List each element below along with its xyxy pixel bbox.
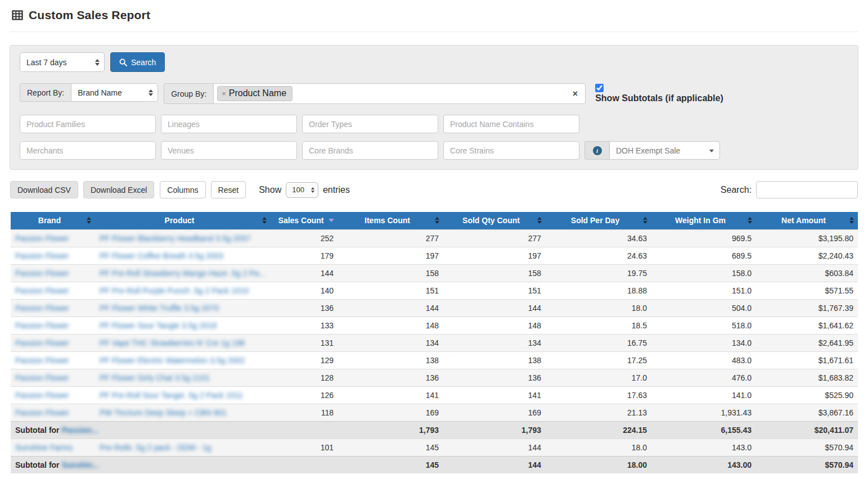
sort-both-icon[interactable] bbox=[537, 217, 542, 224]
sort-desc-icon[interactable] bbox=[329, 219, 334, 222]
product-link[interactable]: PW Tincture Deep Sleep + CBN 901 bbox=[100, 408, 227, 417]
table-search-control: Search: bbox=[721, 181, 858, 198]
column-header-items-count[interactable]: Items Count bbox=[338, 212, 443, 229]
select-stepper-icon bbox=[95, 59, 100, 66]
doh-info-addon[interactable]: i bbox=[584, 141, 609, 160]
column-label: Product bbox=[165, 216, 195, 225]
column-header-brand[interactable]: Brand bbox=[11, 212, 95, 229]
brand-link[interactable]: Passion Flower bbox=[15, 338, 69, 347]
page-size-value: 100 bbox=[292, 186, 304, 194]
lineages-input[interactable] bbox=[161, 115, 297, 133]
items-count-cell: 158 bbox=[338, 264, 443, 282]
column-header-product[interactable]: Product bbox=[95, 212, 271, 229]
product-link[interactable]: PF Flower White Truffle 3.5g 2070 bbox=[100, 304, 219, 313]
columns-button[interactable]: Columns bbox=[160, 181, 205, 198]
column-header-sales-count[interactable]: Sales Count bbox=[271, 212, 338, 229]
weight-in-gm-cell: 504.0 bbox=[651, 299, 756, 317]
subtotal-label-cell: Subtotal for Passion... bbox=[11, 421, 271, 439]
order-types-input[interactable] bbox=[302, 115, 438, 133]
brand-link[interactable]: Passion Flower bbox=[15, 304, 69, 313]
product-cell: PF Flower Sour Tangie 3.5g 2018 bbox=[95, 317, 271, 334]
product-link[interactable]: PF Pre-Roll Strawberry Mango Haze .5g 2 … bbox=[100, 269, 266, 278]
column-header-weight-in-gm[interactable]: Weight In Gm bbox=[651, 212, 756, 229]
product-link[interactable]: Pre-Rolls .5g 2 pack - DDM - 1g bbox=[100, 443, 211, 452]
doh-exempt-select[interactable]: DOH Exempt Sale bbox=[609, 141, 720, 160]
product-name-contains-input[interactable] bbox=[443, 115, 579, 133]
table-row: Passion FlowerPW Tincture Deep Sleep + C… bbox=[11, 404, 858, 421]
download-excel-button[interactable]: Download Excel bbox=[83, 181, 154, 198]
sort-both-icon[interactable] bbox=[849, 217, 854, 224]
table-row: Sunshine FarmsPre-Rolls .5g 2 pack - DDM… bbox=[11, 439, 858, 456]
search-button[interactable]: Search bbox=[110, 52, 165, 72]
product-link[interactable]: PF Flower Sour Tangie 3.5g 2018 bbox=[100, 321, 217, 330]
brand-link[interactable]: Passion Flower bbox=[15, 391, 69, 400]
net-amount-cell: $20,411.07 bbox=[756, 421, 858, 439]
product-families-input[interactable] bbox=[20, 115, 156, 133]
product-link[interactable]: PF Pre-Roll Sour Tangie .5g 2 Pack 1011 bbox=[100, 391, 243, 400]
group-by-tag: × Product Name bbox=[217, 86, 293, 101]
sort-both-icon[interactable] bbox=[748, 217, 752, 224]
product-link[interactable]: PF Vape THC Strawberries N' Cre 1g 198 bbox=[100, 338, 245, 347]
column-header-net-amount[interactable]: Net Amount bbox=[756, 212, 858, 229]
sold-qty-count-cell: 134 bbox=[443, 334, 546, 351]
product-link[interactable]: PF Flower Blackberry Headband 3.5g 2057 bbox=[100, 234, 250, 243]
brand-link[interactable]: Passion Flower bbox=[15, 251, 69, 260]
sort-both-icon[interactable] bbox=[87, 217, 91, 224]
table-search-input[interactable] bbox=[756, 181, 858, 198]
table-header-row: BrandProductSales CountItems CountSold Q… bbox=[11, 212, 858, 229]
core-strains-input[interactable] bbox=[443, 141, 579, 160]
select-stepper-icon bbox=[149, 89, 153, 96]
sold-per-day-cell: 19.75 bbox=[546, 264, 651, 282]
show-subtotals-checkbox[interactable] bbox=[595, 84, 604, 92]
sold-qty-count-cell: 151 bbox=[443, 282, 546, 299]
brand-link[interactable]: Passion Flower bbox=[15, 373, 69, 382]
brand-link[interactable]: Passion Flower bbox=[15, 269, 69, 278]
sort-both-icon[interactable] bbox=[435, 217, 439, 224]
weight-in-gm-cell: 134.0 bbox=[651, 334, 756, 351]
sales-count-cell: 136 bbox=[271, 299, 338, 317]
venues-input[interactable] bbox=[161, 141, 297, 160]
report-by-select[interactable]: Brand Name bbox=[71, 83, 158, 102]
product-cell: PF Pre-Roll Purple Punch .5g 2 Pack 1010 bbox=[95, 282, 271, 299]
column-header-sold-qty-count[interactable]: Sold Qty Count bbox=[443, 212, 546, 229]
sold-per-day-cell: 18.0 bbox=[546, 299, 651, 317]
core-brands-input[interactable] bbox=[302, 141, 438, 160]
weight-in-gm-cell: 158.0 bbox=[651, 264, 756, 282]
sort-both-icon[interactable] bbox=[262, 217, 267, 224]
brand-link[interactable]: Passion Flower bbox=[15, 234, 69, 243]
brand-link[interactable]: Passion Flower bbox=[15, 286, 69, 295]
brand-link[interactable]: Passion Flower bbox=[15, 356, 69, 365]
product-link[interactable]: PF Flower Electric Watermelon 3.5g 2002 bbox=[100, 356, 245, 365]
brand-link[interactable]: Sunshine Farms bbox=[15, 443, 73, 452]
download-csv-button[interactable]: Download CSV bbox=[10, 181, 78, 198]
page-size-control: Show 100 entries bbox=[259, 182, 350, 198]
group-by-input[interactable]: × Product Name × bbox=[213, 83, 586, 104]
sold-per-day-cell: 16.75 bbox=[546, 334, 651, 351]
merchants-input[interactable] bbox=[20, 141, 156, 160]
items-count-cell: 277 bbox=[338, 229, 443, 247]
product-link[interactable]: PF Flower Girly Chat 3.5g 2101 bbox=[100, 373, 210, 382]
sales-count-cell: 252 bbox=[271, 229, 338, 247]
sort-both-icon[interactable] bbox=[643, 217, 647, 224]
items-count-cell: 1,793 bbox=[338, 421, 443, 439]
doh-exempt-value: DOH Exempt Sale bbox=[616, 146, 680, 155]
product-cell: PF Flower White Truffle 3.5g 2070 bbox=[95, 299, 271, 317]
sold-per-day-cell: 24.63 bbox=[546, 247, 651, 264]
reset-button[interactable]: Reset bbox=[211, 181, 246, 198]
page-size-select[interactable]: 100 bbox=[286, 182, 318, 198]
sold-qty-count-cell: 1,793 bbox=[443, 421, 546, 439]
brand-link[interactable]: Passion Flower bbox=[15, 321, 69, 330]
product-cell: PF Vape THC Strawberries N' Cre 1g 198 bbox=[95, 334, 271, 351]
subtotal-row: Subtotal for Sunshin...14514418.00143.00… bbox=[11, 456, 858, 473]
net-amount-cell: $525.90 bbox=[756, 386, 858, 404]
product-link[interactable]: PF Flower Coffee Breath 3.5g 2003 bbox=[100, 251, 223, 260]
report-by-value: Brand Name bbox=[78, 88, 122, 97]
product-link[interactable]: PF Pre-Roll Purple Punch .5g 2 Pack 1010 bbox=[100, 286, 249, 295]
group-by-clear-icon[interactable]: × bbox=[573, 89, 578, 99]
sold-qty-count-cell: 136 bbox=[443, 369, 546, 386]
date-range-select[interactable]: Last 7 days bbox=[20, 52, 105, 72]
brand-link[interactable]: Passion Flower bbox=[15, 408, 69, 417]
sold-per-day-cell: 17.25 bbox=[546, 351, 651, 369]
tag-remove-icon[interactable]: × bbox=[222, 90, 226, 97]
column-header-sold-per-day[interactable]: Sold Per Day bbox=[546, 212, 651, 229]
